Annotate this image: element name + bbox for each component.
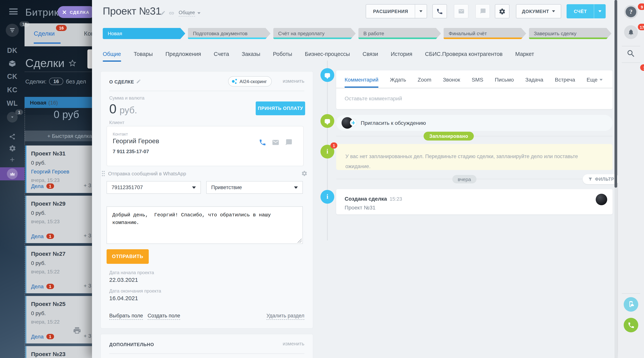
tab-deals[interactable]: Сделки 16: [34, 30, 55, 37]
chat-icon[interactable]: [285, 139, 292, 146]
stage-prepay-invoice[interactable]: Счёт на предоплату: [273, 28, 356, 39]
help-button[interactable]: ? 9: [618, 5, 644, 19]
contact-name[interactable]: Георгий Героев: [113, 138, 159, 145]
structure-nav[interactable]: [0, 133, 24, 140]
project-end-date[interactable]: 16.04.2021: [109, 295, 138, 301]
callback-button[interactable]: [618, 318, 644, 332]
stage-new[interactable]: Новая: [103, 28, 185, 39]
tab-general[interactable]: Общие: [103, 51, 121, 62]
tab-contacts[interactable]: Контакты: [84, 30, 92, 37]
link-icon[interactable]: [169, 10, 174, 16]
tab-letter[interactable]: Письмо: [495, 77, 514, 88]
workspace-dk[interactable]: DK: [0, 47, 24, 55]
edit-pencil-icon[interactable]: [160, 10, 166, 16]
email-button[interactable]: [454, 4, 468, 18]
document-button[interactable]: ДОКУМЕНТ: [516, 4, 561, 18]
tab-sbis[interactable]: СБИС.Проверка контрагентов: [425, 51, 502, 62]
invite-discussion-button[interactable]: Пригласить к обсуждению: [336, 115, 612, 131]
project-start-date[interactable]: 22.03.2021: [109, 276, 138, 283]
accept-payment-button[interactable]: ПРИНЯТЬ ОПЛАТУ: [256, 101, 305, 115]
search-button[interactable]: [618, 49, 644, 58]
drag-handle-icon[interactable]: [102, 170, 105, 177]
settings-nav[interactable]: [0, 145, 24, 152]
resize-handle[interactable]: [298, 238, 302, 243]
edit-pencil-icon[interactable]: [136, 79, 141, 84]
stage-docs[interactable]: Подготовка документов: [188, 28, 271, 39]
star-icon[interactable]: [68, 59, 77, 67]
stage-close-deal[interactable]: Завершить сделку: [529, 28, 612, 39]
contact-phone[interactable]: 7 911 235-17-07: [113, 149, 149, 154]
extensions-button[interactable]: РАСШИРЕНИЯ: [366, 4, 427, 18]
deals-summary-count[interactable]: 16: [49, 78, 63, 85]
invoice-button[interactable]: СЧЁТ: [566, 4, 606, 18]
deal-card-todos[interactable]: Дела 1: [31, 334, 54, 340]
deal-card[interactable]: Проект №23: [25, 346, 92, 358]
tab-comment[interactable]: Комментарий: [344, 77, 378, 88]
deal-card[interactable]: Проект №31 0 руб. Георгий Героев вчера, …: [25, 146, 92, 193]
filter-button[interactable]: ФИЛЬТР: [583, 174, 620, 184]
tab-call[interactable]: Звонок: [443, 77, 460, 88]
settings-button[interactable]: [495, 4, 510, 18]
phone-icon[interactable]: [259, 139, 266, 146]
delete-section-link[interactable]: Удалить раздел: [266, 313, 304, 320]
mobile-app-button[interactable]: [618, 297, 644, 312]
tab-market[interactable]: Маркет: [515, 51, 534, 62]
tab-zoom[interactable]: Zoom: [418, 77, 432, 88]
quick-deal-button[interactable]: + Быстрая сделка: [24, 131, 92, 141]
deal-card-todos[interactable]: Дела 1: [31, 283, 54, 289]
whatsapp-send-button[interactable]: ОТПРАВИТЬ: [106, 249, 149, 264]
tab-links[interactable]: Связи: [363, 51, 378, 62]
mail-icon[interactable]: [272, 139, 280, 146]
workspace-cube[interactable]: [0, 59, 24, 68]
scope-selector[interactable]: Общее: [179, 9, 200, 16]
workspace-wl[interactable]: WL: [0, 100, 24, 108]
add-nav[interactable]: [0, 156, 24, 163]
tab-meeting[interactable]: Встреча: [555, 77, 575, 88]
extensions-dropdown[interactable]: [415, 4, 427, 18]
create-field-link[interactable]: Создать поле: [148, 313, 180, 320]
scrollbar-thumb[interactable]: [614, 0, 617, 188]
entity-chip[interactable]: СДЕЛКА: [58, 6, 92, 18]
tab-workflows[interactable]: Бизнес-процессы: [305, 51, 350, 62]
edit-section-link[interactable]: изменить: [283, 341, 304, 347]
whatsapp-phone-select[interactable]: 79112351707: [106, 181, 201, 194]
deal-card-todos[interactable]: Дела 1: [31, 183, 54, 189]
scrollbar[interactable]: [614, 0, 617, 358]
collapse-nav[interactable]: 1: [0, 112, 24, 123]
notifications-button[interactable]: 17: [618, 25, 644, 39]
call-button[interactable]: [432, 4, 447, 18]
workspace-kc[interactable]: KC: [0, 86, 24, 94]
deal-card[interactable]: Проект №29 0 руб. вчера, 15:23 Дела 1 + …: [25, 196, 92, 243]
tab-robots[interactable]: Роботы: [273, 51, 292, 62]
deal-card[interactable]: Проект №25 0 руб. вчера, 15:22 Дела 1 + …: [25, 296, 92, 344]
chat-button[interactable]: [475, 4, 490, 18]
tab-wait[interactable]: Ждать: [390, 77, 406, 88]
deal-card[interactable]: Проект №27 0 руб. вчера, 15:22 Дела 1 + …: [25, 246, 92, 293]
edit-section-link[interactable]: изменить: [283, 78, 304, 84]
tab-invoices[interactable]: Счета: [214, 51, 229, 62]
deal-card-client-link[interactable]: Георгий Героев: [31, 169, 92, 175]
whatsapp-message-input[interactable]: Добрый день, Георгий! Спасибо, что обрат…: [106, 206, 303, 244]
stage-final-invoice[interactable]: Финальный счёт: [444, 28, 526, 39]
whatsapp-template-select[interactable]: Приветствие: [206, 181, 303, 194]
crm-funnel-nav[interactable]: 16: [0, 24, 24, 37]
gear-icon[interactable]: [301, 170, 308, 177]
deal-card-todos[interactable]: Дела 1: [31, 233, 54, 239]
invoice-dropdown[interactable]: [594, 4, 606, 18]
stage-in-progress[interactable]: В работе: [358, 28, 441, 39]
contact-card[interactable]: Контакт Георгий Героев 7 911 235-17-07: [106, 126, 304, 166]
timeline-entry-card[interactable]: Создана сделка15:23 Проект №31: [336, 189, 612, 214]
tab-quotes[interactable]: Предложения: [166, 51, 201, 62]
tab-history[interactable]: История: [391, 51, 412, 62]
printer-icon[interactable]: [73, 326, 81, 335]
tab-orders[interactable]: Заказы: [242, 51, 260, 62]
workspace-ck[interactable]: CK: [0, 73, 24, 81]
kanban-column-header[interactable]: Новая(16): [24, 97, 92, 108]
tab-products[interactable]: Товары: [134, 51, 153, 62]
tab-sms[interactable]: SMS: [472, 77, 484, 88]
menu-icon[interactable]: [9, 8, 18, 14]
comment-input[interactable]: Оставьте комментарий: [336, 88, 612, 109]
close-icon[interactable]: [62, 10, 67, 14]
tab-task[interactable]: Задача: [525, 77, 544, 88]
premium-nav[interactable]: [0, 169, 24, 179]
